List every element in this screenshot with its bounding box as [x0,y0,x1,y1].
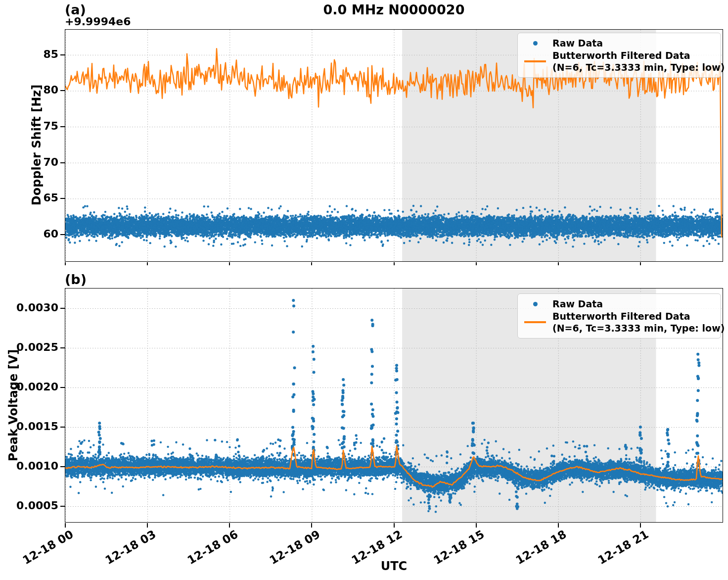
x-tick-mark [147,523,148,528]
legend-filtered-label: Butterworth Filtered Data(N=6, Tc=3.3333… [552,310,725,334]
x-tick-mark [476,262,477,265]
legend-raw-label: Raw Data [552,298,603,310]
legend-row-filtered: Butterworth Filtered Data(N=6, Tc=3.3333… [522,310,717,334]
y-tick-label: 85 [13,48,58,60]
x-tick-mark [65,523,66,528]
y-tick-label: 0.0030 [13,301,58,314]
y-axis-offset-text: +9.9994e6 [65,15,131,28]
legend-filtered-label: Butterworth Filtered Data(N=6, Tc=3.3333… [552,49,725,73]
raw-data-dot-marker [522,302,548,306]
x-tick-mark [558,523,559,528]
x-tick-mark [311,523,312,528]
filtered-data-line-marker [522,60,548,62]
x-tick-mark [147,262,148,265]
x-tick-mark [558,262,559,265]
y-axis-label-b: Peak Voltage [V] [6,349,20,461]
panel-b-label: (b) [65,272,87,287]
y-axis-label-a: Doppler Shift [Hz] [30,85,44,205]
x-tick-mark [476,523,477,528]
figure: 0.0 MHz N0000020 (a) +9.9994e6 Doppler S… [0,0,728,580]
raw-data-dot-marker [522,41,548,46]
x-tick-mark [394,262,395,265]
filtered-data-line-marker [522,321,548,323]
x-axis-label: UTC [65,559,723,573]
panel-b-legend: Raw Data Butterworth Filtered Data(N=6, … [517,293,721,338]
x-tick-mark [394,523,395,528]
x-tick-mark [229,262,230,265]
legend-row-filtered: Butterworth Filtered Data(N=6, Tc=3.3333… [522,49,717,73]
chart-title: 0.0 MHz N0000020 [65,2,723,17]
y-tick-label: 0.0005 [13,499,58,512]
x-tick-mark [311,262,312,265]
x-tick-mark [640,523,641,528]
x-tick-mark [229,523,230,528]
x-tick-mark [65,262,66,265]
y-tick-label: 60 [13,228,58,240]
legend-raw-label: Raw Data [552,37,603,49]
legend-row-raw: Raw Data [522,298,717,310]
y-tick-label: 0.0010 [13,460,58,472]
x-tick-mark [640,262,641,265]
panel-a-legend: Raw Data Butterworth Filtered Data(N=6, … [517,33,721,78]
legend-row-raw: Raw Data [522,37,717,49]
